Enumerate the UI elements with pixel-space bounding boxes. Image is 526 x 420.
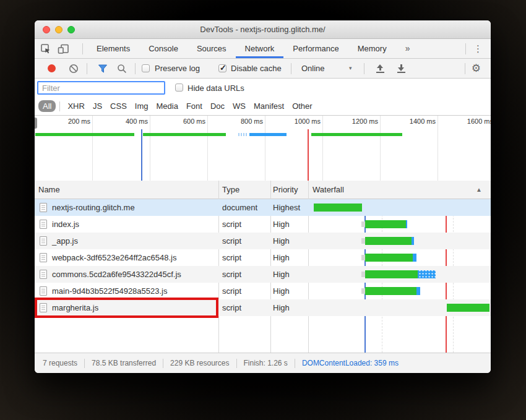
- toggle-device-toolbar-icon[interactable]: [58, 43, 69, 54]
- type-filter-doc[interactable]: Doc: [210, 101, 225, 111]
- column-header-name[interactable]: Name: [38, 181, 60, 199]
- requests-table-header: Name Type Priority Waterfall ▲: [35, 181, 491, 199]
- type-filter-ws[interactable]: WS: [233, 101, 246, 111]
- waterfall-bar-green: [365, 237, 412, 245]
- status-domcontentloaded: DOMContentLoaded: 359 ms: [302, 359, 399, 367]
- filter-row: Hide data URLs: [35, 79, 491, 97]
- waterfall-bar-green: [365, 220, 406, 228]
- status-item: 229 KB resources: [170, 359, 229, 367]
- request-type: script: [222, 233, 241, 249]
- overview-activity-bar: [311, 133, 402, 136]
- type-filter-manifest[interactable]: Manifest: [254, 101, 284, 111]
- overview-drag-handle[interactable]: [35, 118, 37, 129]
- status-item: 78.5 KB transferred: [92, 359, 156, 367]
- table-row[interactable]: webpack-3df6523e264ff2ac6548.jsscriptHig…: [35, 249, 491, 266]
- tab-performance[interactable]: Performance: [283, 39, 348, 58]
- network-overview-timeline[interactable]: 200 ms400 ms600 ms800 ms1000 ms1200 ms14…: [35, 116, 491, 181]
- request-type: document: [222, 199, 257, 216]
- waterfall-bar-green: [365, 287, 416, 295]
- document-icon: [40, 220, 47, 229]
- hide-data-urls-checkbox[interactable]: [175, 84, 183, 92]
- tab-network[interactable]: Network: [236, 39, 284, 58]
- waterfall-bar-blue: [412, 237, 414, 245]
- type-filter-js[interactable]: JS: [93, 101, 102, 111]
- search-icon[interactable]: [117, 64, 127, 74]
- table-row[interactable]: main-9d4b3b522f54928a5523.jsscriptHigh: [35, 283, 491, 299]
- import-har-icon[interactable]: [376, 64, 385, 74]
- network-settings-gear-icon[interactable]: ⚙: [472, 59, 481, 79]
- document-icon: [40, 203, 47, 212]
- clear-network-log-icon[interactable]: [69, 64, 79, 74]
- table-row[interactable]: nextjs-routing.glitch.medocumentHighest: [35, 199, 491, 216]
- request-type: script: [222, 299, 241, 316]
- request-type-filters: AllXHRJSCSSImgMediaFontDocWSManifestOthe…: [35, 97, 491, 116]
- overview-gridline: [92, 116, 93, 181]
- request-type: script: [222, 249, 241, 266]
- waterfall-bar-blue: [413, 254, 416, 262]
- column-header-type[interactable]: Type: [222, 181, 239, 199]
- waterfall-bar-green: [314, 204, 362, 212]
- type-filter-img[interactable]: Img: [135, 101, 149, 111]
- type-filter-other[interactable]: Other: [292, 101, 313, 111]
- filter-input[interactable]: [37, 81, 165, 95]
- toolbar-divider: [364, 63, 364, 74]
- pills-divider: [59, 101, 60, 111]
- record-network-log-button[interactable]: [48, 64, 56, 72]
- export-har-icon[interactable]: [397, 64, 406, 74]
- type-filter-font[interactable]: Font: [186, 101, 202, 111]
- tab-console[interactable]: Console: [139, 39, 188, 58]
- filter-funnel-icon[interactable]: [98, 64, 108, 74]
- overview-activity-bar: [249, 133, 287, 136]
- overview-tick-label: 800 ms: [220, 118, 263, 125]
- request-name: main-9d4b3b522f54928a5523.js: [52, 283, 168, 299]
- request-priority: High: [273, 249, 290, 266]
- disable-cache-checkbox[interactable]: [218, 64, 226, 72]
- network-throttling-select[interactable]: Online: [301, 59, 325, 78]
- inspect-element-icon[interactable]: [40, 43, 51, 54]
- document-icon: [40, 236, 47, 246]
- disable-cache-label: Disable cache: [231, 59, 282, 78]
- status-divider: [236, 359, 237, 368]
- overview-tick-label: 1200 ms: [335, 118, 378, 125]
- tab-elements[interactable]: Elements: [87, 39, 139, 58]
- waterfall-bar-green: [365, 254, 413, 262]
- tabbar-divider: [465, 43, 466, 54]
- panel-tabs: Elements Console Sources Network Perform…: [87, 39, 419, 58]
- customize-devtools-icon[interactable]: ⋮: [473, 39, 483, 58]
- request-type: script: [222, 266, 241, 283]
- overview-tick-label: 400 ms: [105, 118, 148, 125]
- window-title: DevTools - nextjs-routing.glitch.me/: [35, 20, 491, 39]
- devtools-tabbar: Elements Console Sources Network Perform…: [35, 39, 491, 59]
- devtools-window: DevTools - nextjs-routing.glitch.me/ Ele…: [35, 20, 491, 373]
- request-name: _app.js: [52, 233, 78, 249]
- tab-sources[interactable]: Sources: [188, 39, 236, 58]
- preserve-log-checkbox[interactable]: [142, 64, 150, 72]
- request-name: nextjs-routing.glitch.me: [52, 199, 135, 216]
- table-row[interactable]: commons.5cd2a6fe9543322d45cf.jsscriptHig…: [35, 266, 491, 283]
- sort-ascending-icon[interactable]: ▲: [476, 181, 482, 199]
- column-header-waterfall[interactable]: Waterfall: [313, 181, 344, 199]
- status-item: 7 requests: [43, 359, 77, 367]
- request-name: webpack-3df6523e264ff2ac6548.js: [52, 249, 176, 266]
- overview-tick-label: 200 ms: [47, 118, 90, 125]
- toolbar-divider: [465, 63, 465, 74]
- type-filter-xhr[interactable]: XHR: [67, 101, 84, 111]
- type-filter-media[interactable]: Media: [156, 101, 178, 111]
- load-event-line: [308, 129, 309, 181]
- status-item: Finish: 1.26 s: [244, 359, 288, 367]
- table-row[interactable]: margherita.jsscriptHigh: [35, 299, 491, 316]
- request-name: margherita.js: [52, 299, 98, 316]
- chevron-down-icon[interactable]: ▾: [349, 59, 352, 78]
- document-icon: [40, 270, 47, 279]
- type-filter-css[interactable]: CSS: [110, 101, 127, 111]
- table-row[interactable]: index.jsscriptHigh: [35, 216, 491, 233]
- tab-memory[interactable]: Memory: [348, 39, 396, 58]
- column-header-priority[interactable]: Priority: [273, 181, 298, 199]
- more-tabs-button[interactable]: »: [396, 39, 420, 58]
- overview-activity-bar: [238, 133, 248, 136]
- table-row[interactable]: _app.jsscriptHigh: [35, 233, 491, 249]
- request-priority: High: [273, 216, 290, 233]
- request-priority: High: [273, 283, 290, 299]
- type-filter-all[interactable]: All: [38, 100, 56, 112]
- overview-gridline: [207, 116, 208, 181]
